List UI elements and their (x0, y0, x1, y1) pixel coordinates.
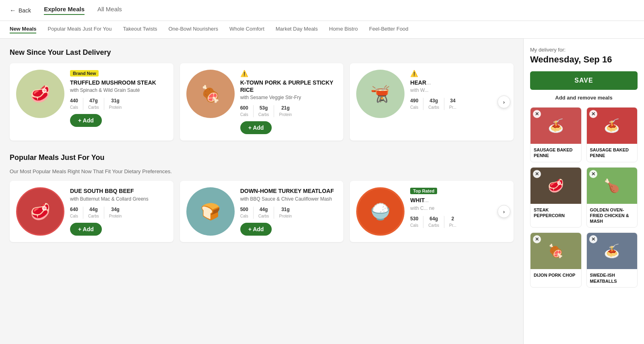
sidebar-date: Wednesday, Sep 16 (530, 54, 638, 65)
add-remove-link[interactable]: Add and remove meals (530, 95, 638, 101)
remove-button-cart-3[interactable]: ✕ (533, 170, 541, 178)
meal-name-white: WHIT... (410, 197, 507, 204)
meal-card-hearty: 🫕 ⚠️ HEAR... with W... 490 Cals (350, 63, 514, 141)
stat-divider-2 (104, 98, 104, 110)
cat-home-bistro[interactable]: Home Bistro (329, 26, 358, 33)
meal-name-ktown-pork: K-TOWN PORK & PURPLE STICKY RICE (240, 79, 337, 93)
meal-info-turkey-meatloaf: DOWN-HOME TURKEY MEATLOAF with BBQ Sauce… (240, 187, 337, 235)
stat-carbs-value: 47g (88, 98, 99, 104)
meal-subtitle-truffled-mushroom: with Spinach & Wild Grain Sauté (70, 87, 167, 93)
remove-button-cart-1[interactable]: ✕ (533, 110, 541, 118)
next-arrow-button-new[interactable]: › (497, 95, 510, 108)
stat-divider-ktown (253, 105, 254, 117)
add-button-truffled-mushroom[interactable]: + Add (70, 114, 102, 127)
stat-protein-value: 31g (109, 98, 122, 104)
back-arrow-icon: ← (10, 7, 16, 14)
stat-cals-value-ktown: 600 (240, 105, 248, 111)
meal-info-white: Top Rated WHIT... with C... ne 530 Cals … (410, 187, 507, 232)
meal-stats-due-south: 640 Cals 44g Carbs 34g Protein (70, 207, 167, 219)
cat-takeout[interactable]: Takeout Twists (123, 26, 157, 33)
meal-image-ktown-pork: 🍖 (186, 70, 235, 118)
save-button[interactable]: SAVE (530, 71, 638, 90)
popular-meals-grid: 🥩 DUE SOUTH BBQ BEEF with Butternut Mac … (10, 181, 514, 242)
remove-button-cart-6[interactable]: ✕ (589, 235, 597, 243)
stat-protein-ktown: 21g Protein (279, 105, 292, 117)
content-area: New Since Your Last Delivery 🥩 Brand New… (0, 39, 523, 344)
cart-item-name-5: DIJON PORK CHOP (530, 269, 581, 281)
nav-tabs: Explore Meals All Meals (44, 6, 122, 15)
meal-subtitle-due-south: with Butternut Mac & Collard Greens (70, 196, 167, 202)
cart-item-1: ✕ 🍝 SAUSAGE BAKED PENNE (530, 107, 582, 162)
meal-name-truffled-mushroom: TRUFFLED MUSHROOM STEAK (70, 79, 167, 86)
meal-card-due-south: 🥩 DUE SOUTH BBQ BEEF with Butternut Mac … (10, 181, 173, 242)
cart-item-name-6: SWEDE-ISH MEATBALLS (587, 269, 638, 287)
stat-divider-ktown-2 (274, 105, 274, 117)
cart-item-4: ✕ 🍗 GOLDEN OVEN-FRIED CHICKEN & MASH (586, 167, 638, 228)
remove-button-cart-2[interactable]: ✕ (589, 110, 597, 118)
cat-market-day[interactable]: Market Day Meals (276, 26, 318, 33)
meal-subtitle-white: with C... ne (410, 205, 507, 211)
meal-info-hearty: ⚠️ HEAR... with W... 490 Cals 43g Carbs (410, 70, 507, 114)
meal-image-white: 🍚 (356, 187, 405, 236)
meal-card-truffled-mushroom: 🥩 Brand New TRUFFLED MUSHROOM STEAK with… (10, 63, 173, 141)
popular-meals-title: Popular Meals Just For You (10, 153, 514, 162)
warning-icon-ktown: ⚠️ (240, 70, 337, 77)
meal-image-hearty: 🫕 (356, 70, 405, 118)
cart-item-name-1: SAUSAGE BAKED PENNE (530, 144, 581, 162)
stat-divider (83, 98, 83, 110)
meal-info-due-south: DUE SOUTH BBQ BEEF with Butternut Mac & … (70, 187, 167, 235)
meal-name-hearty: HEAR... (410, 79, 507, 86)
remove-button-cart-4[interactable]: ✕ (589, 170, 597, 178)
meal-info-ktown-pork: ⚠️ K-TOWN PORK & PURPLE STICKY RICE with… (240, 70, 337, 134)
back-label: Back (19, 7, 31, 14)
popular-meals-subtitle: Our Most Popular Meals Right Now That Fi… (10, 168, 514, 174)
meal-image-due-south: 🥩 (16, 187, 64, 236)
cart-item-5: ✕ 🍖 DIJON PORK CHOP (530, 232, 582, 288)
stat-cals: 440 Cals (70, 98, 78, 110)
add-button-turkey-meatloaf[interactable]: + Add (240, 223, 272, 236)
new-meals-title: New Since Your Last Delivery (10, 48, 514, 57)
cart-item-name-4: GOLDEN OVEN-FRIED CHICKEN & MASH (587, 204, 638, 228)
cat-feel-better[interactable]: Feel-Better Food (369, 26, 409, 33)
meal-name-turkey-meatloaf: DOWN-HOME TURKEY MEATLOAF (240, 187, 337, 195)
meal-info-truffled-mushroom: Brand New TRUFFLED MUSHROOM STEAK with S… (70, 70, 167, 127)
meal-card-white: 🍚 Top Rated WHIT... with C... ne 530 Cal… (350, 181, 514, 242)
cart-item-2: ✕ 🍝 SAUSAGE BAKED PENNE (586, 107, 638, 162)
meal-image-truffled-mushroom: 🥩 (16, 70, 64, 118)
badge-top-rated: Top Rated (410, 188, 437, 194)
back-button[interactable]: ← Back (10, 7, 31, 14)
meal-card-ktown-pork: 🍖 ⚠️ K-TOWN PORK & PURPLE STICKY RICE wi… (180, 63, 344, 141)
tab-explore-meals[interactable]: Explore Meals (44, 6, 85, 15)
meal-card-turkey-meatloaf: 🍞 DOWN-HOME TURKEY MEATLOAF with BBQ Sau… (180, 181, 344, 242)
cat-new-meals[interactable]: New Meals (10, 26, 36, 33)
stat-cals-ktown: 600 Cals (240, 105, 248, 117)
stat-protein-label: Protein (109, 105, 122, 110)
popular-meals-section: Popular Meals Just For You Our Most Popu… (10, 153, 514, 242)
stat-carbs-label: Carbs (88, 105, 99, 110)
new-meals-grid: 🥩 Brand New TRUFFLED MUSHROOM STEAK with… (10, 63, 514, 141)
meal-subtitle-ktown-pork: with Sesame Veggie Stir-Fry (240, 95, 337, 100)
tab-all-meals[interactable]: All Meals (97, 6, 122, 15)
warning-icon-hearty: ⚠️ (410, 70, 507, 77)
cat-popular[interactable]: Popular Meals Just For You (47, 26, 111, 33)
sidebar: My delivery for: Wednesday, Sep 16 SAVE … (523, 39, 644, 344)
meal-stats-white: 530 Cals 64g Carbs 2 Pr... (410, 216, 507, 228)
badge-brand-new: Brand New (70, 70, 99, 77)
add-button-ktown-pork[interactable]: + Add (240, 121, 272, 134)
next-arrow-button-popular[interactable]: › (497, 205, 510, 218)
cart-item-name-2: SAUSAGE BAKED PENNE (587, 144, 638, 162)
stat-protein: 31g Protein (109, 98, 122, 110)
meal-image-turkey-meatloaf: 🍞 (186, 187, 235, 236)
stat-carbs-ktown: 53g Carbs (258, 105, 269, 117)
add-button-due-south[interactable]: + Add (70, 223, 102, 236)
cart-item-name-3: STEAK PEPPERCORN (530, 204, 581, 222)
stat-carbs: 47g Carbs (88, 98, 99, 110)
cat-one-bowl[interactable]: One-Bowl Nourishers (169, 26, 219, 33)
top-nav: ← Back Explore Meals All Meals (0, 0, 644, 21)
sidebar-delivery-label: My delivery for: (530, 47, 638, 53)
cat-whole-comfort[interactable]: Whole Comfort (229, 26, 264, 33)
meal-stats-turkey-meatloaf: 500 Cals 44g Carbs 31g Protein (240, 207, 337, 219)
meal-subtitle-turkey-meatloaf: with BBQ Sauce & Chive Cauliflower Mash (240, 196, 337, 202)
meal-stats-ktown-pork: 600 Cals 53g Carbs 21g Protein (240, 105, 337, 117)
new-meals-section: New Since Your Last Delivery 🥩 Brand New… (10, 48, 514, 141)
